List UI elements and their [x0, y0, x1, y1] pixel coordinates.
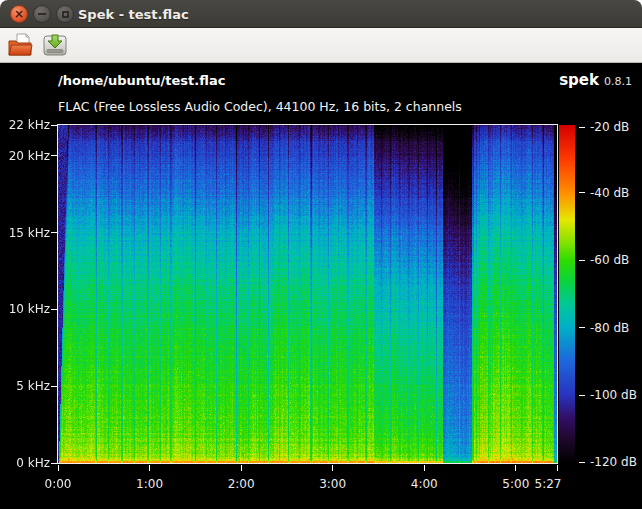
- freq-tick: [51, 155, 57, 156]
- db-tick-label: -80 dB: [590, 321, 629, 335]
- spectrogram-plot: [57, 124, 558, 464]
- freq-tick-label: 5 kHz: [4, 379, 50, 393]
- db-tick: [579, 395, 585, 396]
- save-drive-icon: [42, 32, 68, 58]
- spek-window: × Spek - test.flac: [0, 0, 642, 509]
- freq-tick: [51, 309, 57, 310]
- time-tick-label: 3:00: [311, 477, 355, 491]
- time-tick: [58, 465, 59, 471]
- time-tick: [241, 465, 242, 471]
- freq-tick-label: 15 kHz: [4, 226, 50, 240]
- db-tick-label: -20 dB: [590, 120, 629, 134]
- freq-tick-label: 22 kHz: [4, 118, 50, 132]
- close-button[interactable]: ×: [10, 5, 28, 23]
- minimize-icon: [38, 13, 46, 15]
- db-tick-label: -60 dB: [590, 253, 629, 267]
- db-tick-label: -100 dB: [590, 388, 637, 402]
- app-brand: spek 0.8.1: [559, 71, 632, 89]
- toolbar: [0, 28, 642, 63]
- save-button[interactable]: [40, 30, 70, 60]
- minimize-button[interactable]: [33, 5, 51, 23]
- main-content: /home/ubuntu/test.flac spek 0.8.1 FLAC (…: [0, 63, 642, 509]
- maximize-icon: [62, 11, 69, 18]
- window-title: Spek - test.flac: [78, 0, 189, 28]
- time-tick-label: 2:00: [219, 477, 263, 491]
- time-tick: [515, 465, 516, 471]
- db-tick: [579, 127, 585, 128]
- time-tick-label: 1:00: [128, 477, 172, 491]
- file-path: /home/ubuntu/test.flac: [58, 73, 225, 88]
- db-tick: [579, 327, 585, 328]
- time-tick: [424, 465, 425, 471]
- freq-tick-label: 20 kHz: [4, 149, 50, 163]
- file-description: FLAC (Free Lossless Audio Codec), 44100 …: [58, 99, 462, 114]
- time-tick-label: 5:27: [526, 477, 570, 491]
- freq-tick: [51, 386, 57, 387]
- db-tick-label: -120 dB: [590, 455, 637, 469]
- db-tick: [579, 462, 585, 463]
- open-button[interactable]: [5, 30, 35, 60]
- freq-tick-label: 0 kHz: [4, 456, 50, 470]
- app-name: spek: [559, 71, 599, 89]
- time-tick: [332, 465, 333, 471]
- time-tick: [149, 465, 150, 471]
- db-tick: [579, 260, 585, 261]
- maximize-button[interactable]: [56, 5, 74, 23]
- title-bar[interactable]: × Spek - test.flac: [0, 0, 642, 28]
- freq-tick-label: 10 kHz: [4, 302, 50, 316]
- freq-tick: [51, 125, 57, 126]
- time-tick-label: 4:00: [402, 477, 446, 491]
- folder-open-icon: [7, 32, 33, 58]
- colorbar: [559, 125, 575, 463]
- time-tick: [557, 465, 558, 471]
- db-tick: [579, 192, 585, 193]
- freq-tick: [51, 463, 57, 464]
- db-tick-label: -40 dB: [590, 186, 629, 200]
- time-tick-label: 0:00: [36, 477, 80, 491]
- close-icon: ×: [14, 8, 24, 20]
- app-version: 0.8.1: [604, 75, 632, 88]
- freq-tick: [51, 232, 57, 233]
- spectrogram-canvas: [58, 125, 557, 463]
